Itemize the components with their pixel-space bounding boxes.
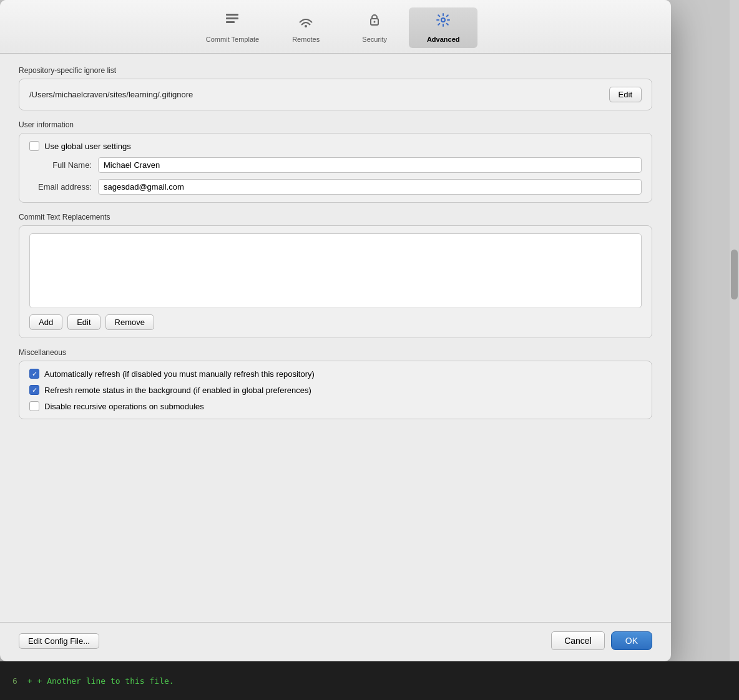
svg-rect-1 <box>226 17 238 19</box>
edit-replacement-button[interactable]: Edit <box>67 314 100 330</box>
replacements-box: Add Edit Remove <box>19 225 652 338</box>
svg-rect-0 <box>226 14 238 16</box>
global-settings-checkbox[interactable] <box>29 141 39 151</box>
tab-remotes[interactable]: Remotes <box>272 7 340 48</box>
edit-config-button[interactable]: Edit Config File... <box>19 633 99 649</box>
tab-advanced-label: Advanced <box>427 36 460 43</box>
remove-replacement-button[interactable]: Remove <box>105 314 154 330</box>
user-info-section: User information Use global user setting… <box>19 120 652 203</box>
tab-commit-template-label: Commit Template <box>206 36 259 43</box>
user-info-label: User information <box>19 120 652 129</box>
replacements-buttons: Add Edit Remove <box>29 314 642 330</box>
user-info-box: Use global user settings Full Name: Emai… <box>19 133 652 203</box>
ok-button[interactable]: OK <box>611 631 652 650</box>
add-replacement-button[interactable]: Add <box>29 314 62 330</box>
full-name-input[interactable] <box>98 157 642 173</box>
content-area: Repository-specific ignore list /Users/m… <box>0 54 671 622</box>
ignore-edit-button[interactable]: Edit <box>609 87 642 102</box>
security-icon <box>366 11 383 33</box>
disable-recursive-label: Disable recursive operations on submodul… <box>44 402 204 411</box>
full-name-label: Full Name: <box>29 160 92 170</box>
ignore-list-box: /Users/michaelcraven/sites/learning/.git… <box>19 79 652 110</box>
tab-commit-template[interactable]: Commit Template <box>193 7 272 48</box>
code-content: + Another line to this file. <box>37 676 174 686</box>
full-name-row: Full Name: <box>29 157 642 173</box>
ignore-list-section: Repository-specific ignore list /Users/m… <box>19 66 652 110</box>
svg-point-3 <box>305 25 307 27</box>
replacements-list <box>29 233 642 308</box>
footer: Edit Config File... Cancel OK <box>0 622 671 661</box>
code-plus: + <box>27 676 37 686</box>
misc-row-remote-status: ✓ Refresh remote status in the backgroun… <box>29 385 642 395</box>
toolbar: Commit Template Remotes Security <box>0 0 671 54</box>
misc-label: Miscellaneous <box>19 348 652 357</box>
footer-right: Cancel OK <box>551 631 652 650</box>
remote-status-label: Refresh remote status in the background … <box>44 386 311 395</box>
cancel-button[interactable]: Cancel <box>551 631 605 650</box>
advanced-icon <box>434 11 452 33</box>
ignore-list-label: Repository-specific ignore list <box>19 66 652 75</box>
remotes-icon <box>297 11 315 33</box>
misc-row-auto-refresh: ✓ Automatically refresh (if disabled you… <box>29 369 642 379</box>
dialog: Commit Template Remotes Security <box>0 0 671 661</box>
commit-template-icon <box>223 11 241 33</box>
auto-refresh-label: Automatically refresh (if disabled you m… <box>44 369 315 379</box>
svg-point-5 <box>374 21 376 23</box>
line-number: 6 <box>12 676 17 686</box>
svg-rect-2 <box>226 21 235 23</box>
tab-security-label: Security <box>362 36 387 43</box>
svg-point-6 <box>441 18 445 22</box>
email-label: Email address: <box>29 182 92 192</box>
global-settings-label: Use global user settings <box>44 142 131 151</box>
tab-advanced[interactable]: Advanced <box>409 7 477 48</box>
global-settings-row: Use global user settings <box>29 141 642 151</box>
code-line: + + Another line to this file. <box>27 676 174 686</box>
scrollbar-thumb[interactable] <box>731 250 738 299</box>
misc-section: Miscellaneous ✓ Automatically refresh (i… <box>19 348 652 419</box>
tab-remotes-label: Remotes <box>292 36 320 43</box>
ignore-list-row: /Users/michaelcraven/sites/learning/.git… <box>29 87 642 102</box>
code-strip: 6 + + Another line to this file. <box>0 661 739 700</box>
disable-recursive-checkbox[interactable] <box>29 401 39 411</box>
misc-row-disable-recursive: Disable recursive operations on submodul… <box>29 401 642 411</box>
scrollbar-track <box>730 0 739 661</box>
remote-status-checkbox[interactable]: ✓ <box>29 385 39 395</box>
commit-replacements-label: Commit Text Replacements <box>19 213 652 221</box>
email-row: Email address: <box>29 179 642 195</box>
ignore-path-value: /Users/michaelcraven/sites/learning/.git… <box>29 90 603 99</box>
auto-refresh-checkbox[interactable]: ✓ <box>29 369 39 379</box>
tab-security[interactable]: Security <box>340 7 409 48</box>
commit-replacements-section: Commit Text Replacements Add Edit Remove <box>19 213 652 338</box>
email-input[interactable] <box>98 179 642 195</box>
misc-box: ✓ Automatically refresh (if disabled you… <box>19 361 652 419</box>
